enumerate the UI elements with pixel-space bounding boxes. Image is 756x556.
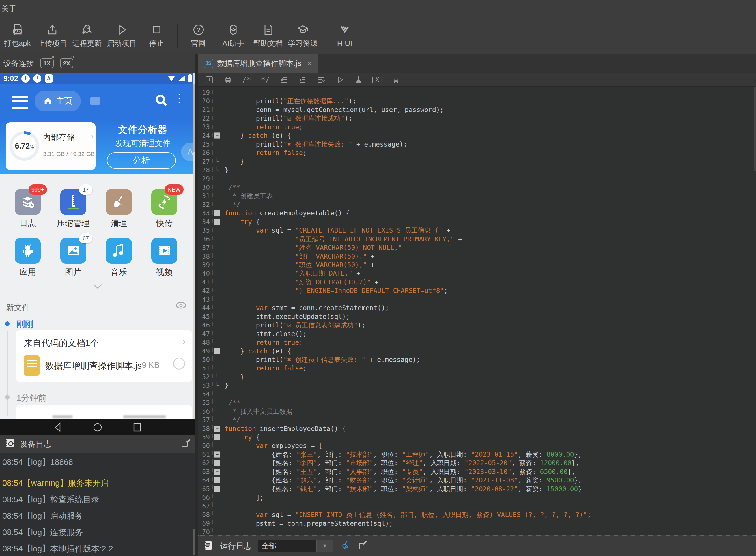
new-files-title: 新文件 [6,302,30,313]
code-text: return true; [224,123,303,132]
fold-tail-icon: └ [215,166,219,175]
select-dropdown-icon[interactable]: ▼ [317,540,333,552]
analyze-button[interactable]: 分析 [107,152,176,169]
test-flask-icon[interactable] [351,74,366,85]
comment-open-icon[interactable]: /* [239,74,254,85]
editor-tab-active[interactable]: JS 数据库增删查操作脚本.js × [198,54,318,73]
code-line: 43 [198,295,756,304]
fold-collapse-icon[interactable]: − [214,219,220,225]
app-music-note[interactable]: 音乐 [96,238,141,278]
older-file-card[interactable] [16,405,192,419]
toolbar-item-remote-update[interactable]: 远程更新 [70,18,104,54]
search-icon[interactable] [154,93,168,107]
recents-button[interactable] [132,422,143,433]
code-line: 54 [198,390,756,399]
toolbar-item-learning[interactable]: 学习资源 [285,18,320,54]
trash-icon[interactable] [389,74,403,85]
device-log-list[interactable]: 08:54【log】1886808:54【warning】服务未开启08:54【… [0,453,195,556]
regex-icon[interactable]: [X] [370,74,385,85]
toolbar-item-pack-apk[interactable]: APK打包apk [0,18,35,54]
fold-guide-line [217,519,217,528]
fold-collapse-icon[interactable]: − [214,434,220,440]
code-text: "员工编号 INT AUTO_INCREMENT PRIMARY KEY," + [224,235,462,244]
comment-close-icon[interactable]: */ [258,74,273,85]
clear-log-icon[interactable] [339,540,351,553]
log-scrollbar-thumb[interactable] [193,529,195,555]
home-tab[interactable]: 主页 [35,91,81,111]
app-label: 音乐 [96,267,141,278]
new-file-card[interactable]: 来自代码的文档1个 › 数据库增删查操作脚本.js 9 KB [16,331,192,382]
log-filter-select[interactable]: 全部 [258,540,317,552]
app-clean-broom[interactable]: 清理 [96,189,141,229]
storage-card[interactable]: 6.72% 内部存储 › 3.31 GB / 49.32 GB [6,122,96,170]
fold-collapse-icon[interactable]: − [214,425,220,432]
device-log-entry: 08:54【log】检查系统目录 [2,494,99,506]
fold-guide-line [217,226,217,235]
fold-collapse-icon[interactable]: − [214,460,220,466]
select-checkbox[interactable] [173,358,185,370]
more-menu-icon[interactable]: ⋮ [174,92,185,104]
fold-guide-line [217,295,217,304]
toolbar-item-stop[interactable]: 停止 [139,18,174,54]
popout-icon[interactable] [180,438,191,451]
editor-tab-title: 数据库增删查操作脚本.js [217,58,301,68]
run-icon[interactable] [333,74,347,85]
fold-collapse-icon[interactable]: − [214,468,220,475]
toolbar-item-h-ui[interactable]: H-UI [327,18,362,54]
toolbar-item-upload-project[interactable]: 上传项目 [35,18,70,54]
fold-collapse-icon[interactable]: − [214,348,220,354]
popout-icon[interactable] [358,540,369,552]
scale-1x-button[interactable]: 1X [40,58,54,68]
app-fast-transfer[interactable]: NEW快传 [142,189,187,229]
fold-collapse-icon[interactable]: − [214,477,220,483]
format-code-icon[interactable] [314,74,329,85]
code-line: 22 printl("☑ 数据库连接成功"); [198,114,756,123]
code-line: 56 * 插入中文员工数据 [198,407,756,416]
scale-2x-button[interactable]: 2X [60,58,74,68]
fold-guide-line [217,321,217,329]
fold-collapse-icon[interactable]: − [214,486,220,492]
phone-mirror[interactable]: 9:02 i ! A 主页 ⋮ [0,73,195,419]
line-number: 46 [198,321,210,329]
chevron-right-icon[interactable]: › [182,336,185,347]
back-button[interactable] [52,422,64,433]
file-analyzer-title: 文件分析器 [99,124,187,136]
outdent-icon[interactable] [277,74,291,85]
toolbar-item-label: 启动项目 [107,38,137,48]
toolbar-item-ai-assistant[interactable]: AI助手 [216,18,251,54]
code-text: ") ENGINE=InnoDB DEFAULT CHARSET=utf8"; [224,286,448,295]
code-text: "职位 VARCHAR(50)," + [224,260,375,269]
fold-guide-line [217,106,217,114]
code-area[interactable]: 1920 printl("正在连接数据库...");21 conn = mysq… [198,86,756,535]
fast-transfer-icon: NEW [151,189,177,215]
toolbar-item-official-site[interactable]: ?官网 [181,18,216,54]
fold-collapse-icon[interactable]: − [214,210,220,216]
toolbar-item-help-docs[interactable]: 帮助文档 [251,18,285,54]
collapse-chevron-icon[interactable] [0,284,195,290]
tab-close-icon[interactable]: × [307,58,312,69]
code-line: 42 ") ENGINE=InnoDB DEFAULT CHARSET=utf8… [198,286,756,295]
app-video-film[interactable]: 视频 [142,238,187,278]
code-line: 68 var sql = "INSERT INTO 员工信息 (姓名, 部门, … [198,511,756,519]
printer-icon[interactable] [221,74,235,85]
code-line: 39 "职位 VARCHAR(50)," + [198,260,756,269]
app-zip-archive[interactable]: 17压缩管理 [50,189,96,229]
app-log-stack[interactable]: 999+日志 [5,189,50,229]
code-text: try { [224,218,260,227]
toolbar-item-launch-project[interactable]: 启动项目 [104,18,139,54]
menu-about[interactable]: 关于 [0,4,20,14]
fold-collapse-icon[interactable]: − [214,132,220,139]
hamburger-menu-icon[interactable] [12,96,28,109]
new-file-icon[interactable] [202,74,217,85]
fold-collapse-icon[interactable]: − [214,451,220,457]
code-text: */ [224,416,240,424]
app-android-app[interactable]: 应用 [5,238,50,278]
file-name[interactable]: 数据库增删查操作脚本.js [45,360,142,372]
app-picture[interactable]: 67图片 [50,238,96,278]
home-button[interactable] [92,422,103,433]
phone-scrollbar[interactable] [192,73,195,419]
line-number: 31 [198,192,210,200]
code-line: 48 return true; [198,338,756,347]
indent-icon[interactable] [295,74,310,85]
eye-icon[interactable] [175,301,187,311]
